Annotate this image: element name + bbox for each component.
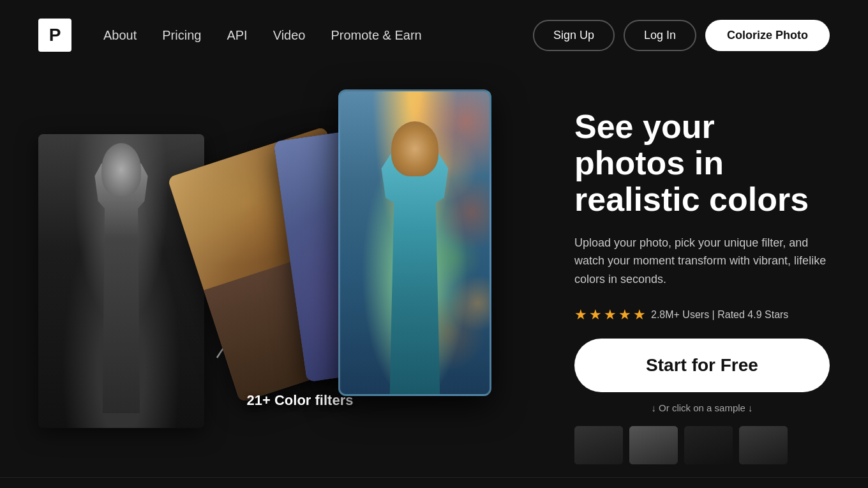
hero-images: 21+ Color filters	[38, 70, 562, 428]
star-3: ★	[604, 307, 617, 323]
navbar-left: P About Pricing API Video Promote & Earn	[38, 19, 422, 52]
colorize-button[interactable]: Colorize Photo	[705, 20, 830, 51]
color-cards	[211, 89, 555, 428]
signup-button[interactable]: Sign Up	[533, 20, 615, 51]
thumb-4-inner	[739, 426, 788, 464]
sample-thumbnails	[574, 426, 830, 464]
hero-subtext: Upload your photo, pick your unique filt…	[574, 234, 830, 289]
thumb-2-inner	[629, 426, 678, 464]
rating-text: 2.8M+ Users | Rated 4.9 Stars	[651, 309, 788, 321]
sample-thumb-4[interactable]	[739, 426, 788, 464]
sample-text: ↓ Or click on a sample ↓	[574, 402, 830, 413]
nav-api[interactable]: API	[227, 28, 247, 43]
card-front	[338, 89, 491, 396]
star-4: ★	[618, 307, 631, 323]
nav-about[interactable]: About	[103, 28, 137, 43]
navbar: P About Pricing API Video Promote & Earn…	[0, 0, 868, 70]
logo-text: P	[49, 26, 61, 44]
trusted-bar: Trusted in productions for: NETFLIX B B …	[0, 477, 868, 488]
hero-section: 21+ Color filters See your photos in rea…	[0, 70, 868, 464]
star-1: ★	[574, 307, 587, 323]
card-front-inner	[340, 91, 490, 394]
nav-promote[interactable]: Promote & Earn	[331, 28, 421, 43]
thumb-1-inner	[574, 426, 623, 464]
star-rating: ★ ★ ★ ★ ★	[574, 307, 646, 323]
rating-row: ★ ★ ★ ★ ★ 2.8M+ Users | Rated 4.9 Stars	[574, 307, 830, 323]
sample-thumb-1[interactable]	[574, 426, 623, 464]
color-filters-label: 21+ Color filters	[247, 392, 354, 409]
hero-headline: See your photos in realistic colors	[574, 109, 830, 218]
sample-thumb-2[interactable]	[629, 426, 678, 464]
star-5: ★	[633, 307, 646, 323]
logo[interactable]: P	[38, 19, 71, 52]
nav-pricing[interactable]: Pricing	[162, 28, 201, 43]
card-front-figure	[355, 121, 474, 394]
sample-thumb-3[interactable]	[684, 426, 733, 464]
nav-video[interactable]: Video	[273, 28, 306, 43]
thumb-3-inner	[684, 426, 733, 464]
hero-text: See your photos in realistic colors Uplo…	[562, 70, 830, 464]
login-button[interactable]: Log In	[624, 20, 696, 51]
start-free-button[interactable]: Start for Free	[574, 339, 830, 392]
star-2: ★	[589, 307, 602, 323]
navbar-right: Sign Up Log In Colorize Photo	[533, 20, 830, 51]
